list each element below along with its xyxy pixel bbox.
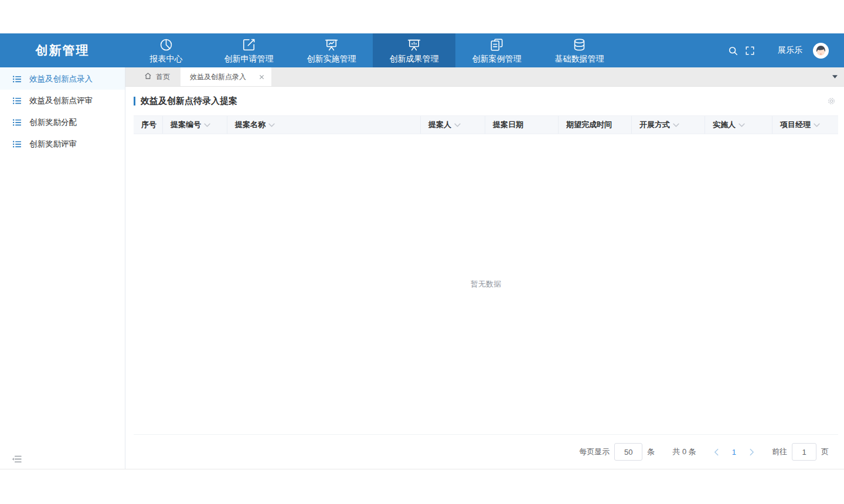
column-header[interactable]: 开展方式 xyxy=(632,116,705,134)
fullscreen-icon[interactable] xyxy=(746,46,754,55)
chevron-down-icon xyxy=(738,123,745,127)
column-header[interactable]: 项目经理 xyxy=(772,116,838,134)
tab-home[interactable]: 首页 xyxy=(134,67,181,86)
list-icon xyxy=(12,118,22,127)
sidebar-item-label: 创新奖励分配 xyxy=(29,117,77,128)
chevron-down-icon xyxy=(673,123,679,127)
nav-item[interactable]: 创新申请管理 xyxy=(207,33,290,67)
nav-item[interactable]: 创新成果管理 xyxy=(373,33,455,67)
collapse-sidebar-icon[interactable] xyxy=(12,455,22,463)
content-header: 效益及创新点待录入提案 xyxy=(134,87,838,115)
page: 创新管理 报表中心创新申请管理创新实施管理创新成果管理创新案例管理基础数据管理 … xyxy=(0,0,844,504)
nav-item-label: 创新实施管理 xyxy=(307,54,356,64)
goto-unit: 页 xyxy=(821,447,829,457)
column-header: 序号 xyxy=(134,116,163,134)
list-icon xyxy=(12,96,22,105)
main-area: 首页 效益及创新点录入 效益及创新点待录入提案 xyxy=(125,67,844,469)
table-body: 暂无数据 xyxy=(134,134,838,435)
presentation-bar-chart-icon xyxy=(407,38,421,52)
search-icon[interactable] xyxy=(728,46,738,56)
column-label: 提案名称 xyxy=(235,120,266,130)
content-panel: 效益及创新点待录入提案 序号提案编号提案名称提案人提案日期期望完成时间开展方式实… xyxy=(125,87,844,469)
empty-state: 暂无数据 xyxy=(471,279,501,290)
top-header: 创新管理 报表中心创新申请管理创新实施管理创新成果管理创新案例管理基础数据管理 … xyxy=(0,33,844,67)
column-label: 提案编号 xyxy=(171,120,201,130)
sidebar-item-label: 效益及创新点录入 xyxy=(29,74,93,84)
column-label: 项目经理 xyxy=(780,120,811,130)
nav-item[interactable]: 报表中心 xyxy=(125,33,207,67)
sidebar-item-label: 创新奖励评审 xyxy=(29,139,77,149)
column-header[interactable]: 提案人 xyxy=(421,116,485,134)
app-title: 创新管理 xyxy=(0,33,125,67)
column-header: 期望完成时间 xyxy=(559,116,632,134)
nav-item-label: 报表中心 xyxy=(150,54,183,64)
page-title: 效益及创新点待录入提案 xyxy=(141,96,237,107)
nav-item-label: 创新案例管理 xyxy=(472,54,522,64)
chevron-down-icon xyxy=(204,123,210,127)
goto-label: 前往 xyxy=(772,447,787,457)
next-page-icon[interactable] xyxy=(749,448,754,456)
sidebar: 效益及创新点录入效益及创新点评审创新奖励分配创新奖励评审 xyxy=(0,67,125,469)
list-icon xyxy=(12,74,22,84)
total-count: 共 0 条 xyxy=(672,447,696,457)
sidebar-item[interactable]: 创新奖励评审 xyxy=(0,133,125,155)
column-label: 期望完成时间 xyxy=(566,120,612,130)
tabbar: 首页 效益及创新点录入 xyxy=(125,67,844,87)
database-icon xyxy=(572,38,587,52)
topbar-right: 展乐乐 xyxy=(720,33,844,67)
nav-item[interactable]: 创新实施管理 xyxy=(290,33,373,67)
avatar[interactable] xyxy=(812,42,829,59)
chevron-down-icon xyxy=(268,123,275,127)
edit-icon xyxy=(241,38,256,52)
prev-page-icon[interactable] xyxy=(714,448,719,456)
page-number[interactable]: 1 xyxy=(732,448,736,457)
tab-active-label: 效益及创新点录入 xyxy=(190,72,246,82)
column-label: 提案人 xyxy=(428,120,451,130)
title-accent-bar xyxy=(134,97,135,105)
column-label: 开展方式 xyxy=(639,120,670,130)
tab-list-caret-icon[interactable] xyxy=(832,67,844,86)
pie-chart-icon xyxy=(159,38,173,52)
per-page-label: 每页显示 xyxy=(579,447,610,457)
sidebar-item-label: 效益及创新点评审 xyxy=(29,96,93,106)
close-icon[interactable] xyxy=(259,74,264,80)
nav-item[interactable]: 创新案例管理 xyxy=(455,33,538,67)
column-header[interactable]: 提案名称 xyxy=(227,116,421,134)
home-icon xyxy=(144,72,152,81)
tab-home-label: 首页 xyxy=(156,72,170,82)
sidebar-item[interactable]: 效益及创新点录入 xyxy=(0,68,125,90)
pagination: 每页显示 条 共 0 条 1 前往 页 xyxy=(134,435,838,469)
nav-item[interactable]: 基础数据管理 xyxy=(538,33,621,67)
documents-icon xyxy=(489,38,504,52)
per-page-unit: 条 xyxy=(647,447,655,457)
chevron-down-icon xyxy=(814,123,820,127)
goto-page-input[interactable] xyxy=(792,443,816,461)
user-name[interactable]: 展乐乐 xyxy=(778,45,802,56)
sidebar-item[interactable]: 创新奖励分配 xyxy=(0,111,125,133)
presentation-line-chart-icon xyxy=(324,38,339,52)
column-label: 提案日期 xyxy=(493,120,523,130)
sidebar-item[interactable]: 效益及创新点评审 xyxy=(0,90,125,111)
table-header: 序号提案编号提案名称提案人提案日期期望完成时间开展方式实施人项目经理 xyxy=(134,115,838,134)
topnav: 报表中心创新申请管理创新实施管理创新成果管理创新案例管理基础数据管理 xyxy=(125,33,621,67)
gear-icon[interactable] xyxy=(827,97,838,105)
app-body: 效益及创新点录入效益及创新点评审创新奖励分配创新奖励评审 首页 效益及创新点录入 xyxy=(0,67,844,469)
column-header[interactable]: 实施人 xyxy=(705,116,772,134)
column-label: 序号 xyxy=(141,120,156,130)
nav-item-label: 创新成果管理 xyxy=(390,54,439,64)
column-header[interactable]: 提案编号 xyxy=(163,116,227,134)
per-page-input[interactable] xyxy=(614,443,642,461)
nav-item-label: 基础数据管理 xyxy=(555,54,604,64)
column-header: 提案日期 xyxy=(485,116,559,134)
column-label: 实施人 xyxy=(713,120,736,130)
sidebar-menu: 效益及创新点录入效益及创新点评审创新奖励分配创新奖励评审 xyxy=(0,67,125,155)
tab-active[interactable]: 效益及创新点录入 xyxy=(181,67,271,86)
nav-item-label: 创新申请管理 xyxy=(224,54,274,64)
chevron-down-icon xyxy=(454,123,461,127)
list-icon xyxy=(12,139,22,149)
